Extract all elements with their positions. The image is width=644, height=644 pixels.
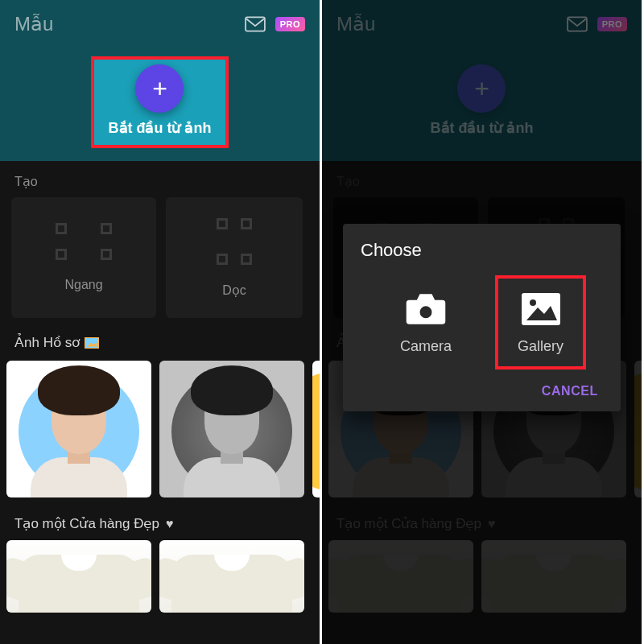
option-gallery[interactable]: Gallery [498,279,583,366]
dialog-options: Camera Gallery [361,279,603,378]
cancel-button[interactable]: CANCEL [361,378,603,400]
create-card-landscape[interactable]: Ngang [11,197,156,318]
option-label: Gallery [518,338,564,355]
camera-icon [403,290,448,328]
svg-point-6 [530,299,536,306]
profile-template-3[interactable] [312,361,322,497]
avatar [31,361,127,480]
heart-icon: ♥ [166,517,174,531]
option-label: Camera [400,338,452,355]
screen-right: Mẫu PRO + Bắt đầu từ ảnh Tạo Ngang [322,0,644,644]
store-section-text: Tạo một Cửa hàng Đẹp [14,515,159,532]
profile-section-text: Ảnh Hồ sơ [14,334,80,351]
top-bar: Mẫu PRO [0,0,320,35]
page-title: Mẫu [14,13,53,35]
start-from-photo[interactable]: + Bắt đầu từ ảnh [94,60,226,145]
create-section-label: Tạo [0,161,320,197]
store-template-1[interactable] [6,540,151,613]
plus-icon: + [135,64,184,113]
picture-icon [85,337,99,349]
portrait-frame-icon [217,218,252,265]
gallery-icon [518,290,564,328]
choose-dialog: Choose Camera Gallery CANCEL [343,224,621,411]
create-card-label: Dọc [222,283,246,298]
start-label: Bắt đầu từ ảnh [109,119,212,137]
hero-area: Mẫu PRO + Bắt đầu từ ảnh [0,0,320,161]
landscape-frame-icon [56,223,112,260]
create-card-portrait[interactable]: Dọc [166,197,303,318]
pro-badge[interactable]: PRO [275,17,305,31]
store-section-label: Tạo một Cửa hàng Đẹp ♥ [0,497,320,540]
top-icons: PRO [245,16,305,32]
screen-left: Mẫu PRO + Bắt đầu từ ảnh Tạo Ngang [0,0,322,644]
mail-icon[interactable] [245,16,266,32]
profile-thumb-row [0,361,320,497]
option-camera[interactable]: Camera [381,279,471,366]
avatar [184,361,280,480]
profile-template-1[interactable] [6,361,151,497]
profile-template-2[interactable] [159,361,304,497]
create-card-label: Ngang [64,278,102,292]
create-row: Ngang Dọc [0,197,320,318]
store-thumb-row [0,540,320,613]
content: Tạo Ngang Dọc Ảnh Hồ sơ [0,161,320,613]
svg-rect-0 [246,17,265,31]
dialog-title: Choose [361,240,603,261]
store-template-2[interactable] [159,540,304,613]
profile-section-label: Ảnh Hồ sơ [0,318,320,361]
